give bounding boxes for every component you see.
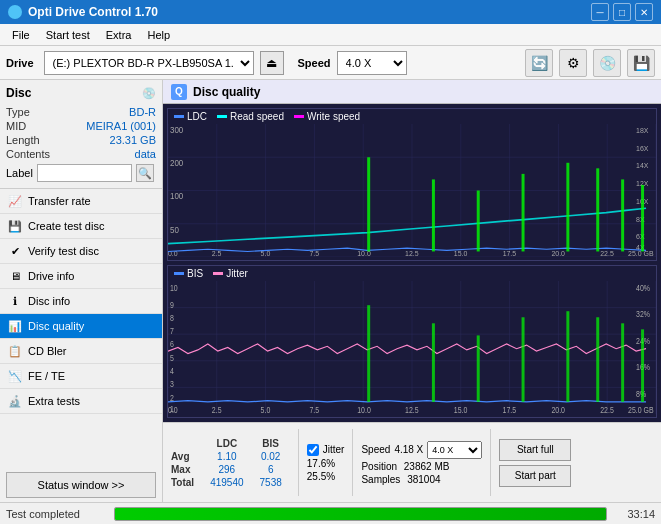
- speed-unit-select[interactable]: 4.0 X: [427, 441, 482, 459]
- disc-button[interactable]: 💿: [593, 49, 621, 77]
- menu-bar: File Start test Extra Help: [0, 24, 661, 46]
- max-jitter-row: 25.5%: [307, 471, 345, 482]
- menu-extra[interactable]: Extra: [98, 27, 140, 43]
- status-window-button[interactable]: Status window >>: [6, 472, 156, 498]
- svg-text:50: 50: [170, 224, 179, 235]
- svg-text:22.5: 22.5: [600, 405, 614, 414]
- bottom-chart-svg: 10 9 8 7 6 5 4 3 2 1 40% 32% 24% 16% 8%: [168, 281, 656, 414]
- disc-label-btn[interactable]: 🔍: [136, 164, 154, 182]
- nav-cd-bler[interactable]: 📋 CD Bler: [0, 339, 162, 364]
- speed-select[interactable]: 4.0 X: [337, 51, 407, 75]
- svg-text:17.5: 17.5: [503, 405, 517, 414]
- drive-select[interactable]: (E:) PLEXTOR BD-R PX-LB950SA 1.06: [44, 51, 254, 75]
- nav-create-test-disc-label: Create test disc: [28, 220, 104, 232]
- status-text: Test completed: [6, 508, 106, 520]
- nav-verify-test-disc-label: Verify test disc: [28, 245, 99, 257]
- bis-legend: BIS: [174, 268, 203, 279]
- quality-title: Disc quality: [193, 85, 260, 99]
- nav-fe-te-label: FE / TE: [28, 370, 65, 382]
- title-bar-left: Opti Drive Control 1.70: [8, 5, 158, 19]
- close-button[interactable]: ✕: [635, 3, 653, 21]
- nav-extra-tests-label: Extra tests: [28, 395, 80, 407]
- nav-disc-info-label: Disc info: [28, 295, 70, 307]
- avg-row-label: Avg: [169, 450, 202, 463]
- nav-drive-info[interactable]: 🖥 Drive info: [0, 264, 162, 289]
- config-button[interactable]: ⚙: [559, 49, 587, 77]
- svg-rect-90: [432, 323, 435, 402]
- speed-col-header: Speed: [361, 444, 390, 455]
- jitter-color: [213, 272, 223, 275]
- menu-help[interactable]: Help: [139, 27, 178, 43]
- disc-length-label: Length: [6, 134, 40, 146]
- eject-button[interactable]: ⏏: [260, 51, 284, 75]
- svg-text:2.5: 2.5: [212, 405, 222, 414]
- max-row-label: Max: [169, 463, 202, 476]
- nav-fe-te[interactable]: 📉 FE / TE: [0, 364, 162, 389]
- disc-label-input[interactable]: [37, 164, 132, 182]
- maximize-button[interactable]: □: [613, 3, 631, 21]
- minimize-button[interactable]: ─: [591, 3, 609, 21]
- time-display: 33:14: [615, 508, 655, 520]
- bottom-chart: BIS Jitter: [167, 265, 657, 418]
- svg-rect-96: [641, 329, 644, 402]
- menu-file[interactable]: File: [4, 27, 38, 43]
- svg-text:10: 10: [170, 283, 178, 293]
- bis-color: [174, 272, 184, 275]
- save-button[interactable]: 💾: [627, 49, 655, 77]
- disc-length-value: 23.31 GB: [110, 134, 156, 146]
- nav-disc-quality-label: Disc quality: [28, 320, 84, 332]
- nav-drive-info-label: Drive info: [28, 270, 74, 282]
- stats-divider-2: [352, 429, 353, 496]
- jitter-legend: Jitter: [213, 268, 248, 279]
- avg-jitter: 17.6%: [307, 458, 335, 469]
- svg-text:6: 6: [170, 340, 174, 350]
- title-bar: Opti Drive Control 1.70 ─ □ ✕: [0, 0, 661, 24]
- start-part-button[interactable]: Start part: [499, 465, 571, 487]
- svg-text:18X: 18X: [636, 126, 648, 135]
- position-row: Position 23862 MB: [361, 461, 482, 472]
- start-buttons: Start full Start part: [499, 439, 571, 487]
- ldc-legend: LDC: [174, 111, 207, 122]
- svg-text:20.0: 20.0: [551, 249, 565, 257]
- jitter-stats: Jitter 17.6% 25.5%: [307, 444, 345, 482]
- nav-extra-tests[interactable]: 🔬 Extra tests: [0, 389, 162, 414]
- create-test-disc-icon: 💾: [8, 219, 22, 233]
- disc-mid-label: MID: [6, 120, 26, 132]
- write-speed-color: [294, 115, 304, 118]
- disc-mid-row: MID MEIRA1 (001): [6, 120, 156, 132]
- svg-text:22.5: 22.5: [600, 249, 614, 257]
- nav-verify-test-disc[interactable]: ✔ Verify test disc: [0, 239, 162, 264]
- stats-divider-1: [298, 429, 299, 496]
- nav-transfer-rate[interactable]: 📈 Transfer rate: [0, 189, 162, 214]
- svg-text:9: 9: [170, 300, 174, 310]
- svg-text:100: 100: [170, 191, 184, 202]
- position-value: 23862 MB: [404, 461, 450, 472]
- start-full-button[interactable]: Start full: [499, 439, 571, 461]
- menu-start-test[interactable]: Start test: [38, 27, 98, 43]
- svg-rect-89: [367, 305, 370, 402]
- bis-col-header: BIS: [252, 437, 290, 450]
- svg-text:0.0: 0.0: [168, 249, 178, 257]
- max-jitter: 25.5%: [307, 471, 335, 482]
- avg-jitter-row: 17.6%: [307, 458, 345, 469]
- disc-type-label: Type: [6, 106, 30, 118]
- disc-mid-value: MEIRA1 (001): [86, 120, 156, 132]
- svg-rect-45: [621, 179, 624, 251]
- nav-disc-quality[interactable]: 📊 Disc quality: [0, 314, 162, 339]
- stats-table: LDC BIS Avg 1.10 0.02 Max 296 6 Total: [169, 437, 290, 489]
- svg-text:10.0: 10.0: [357, 405, 371, 414]
- total-ldc: 419540: [202, 476, 251, 489]
- disc-panel-icon: 💿: [142, 87, 156, 100]
- svg-rect-40: [432, 179, 435, 251]
- nav-create-test-disc[interactable]: 💾 Create test disc: [0, 214, 162, 239]
- max-ldc: 296: [202, 463, 251, 476]
- nav-disc-info[interactable]: ℹ Disc info: [0, 289, 162, 314]
- svg-rect-93: [566, 311, 569, 402]
- ldc-label: LDC: [187, 111, 207, 122]
- refresh-button[interactable]: 🔄: [525, 49, 553, 77]
- svg-text:300: 300: [170, 124, 184, 135]
- svg-text:7: 7: [170, 327, 174, 337]
- drive-info-icon: 🖥: [8, 269, 22, 283]
- jitter-checkbox[interactable]: [307, 444, 319, 456]
- avg-speed: 4.18 X: [394, 444, 423, 455]
